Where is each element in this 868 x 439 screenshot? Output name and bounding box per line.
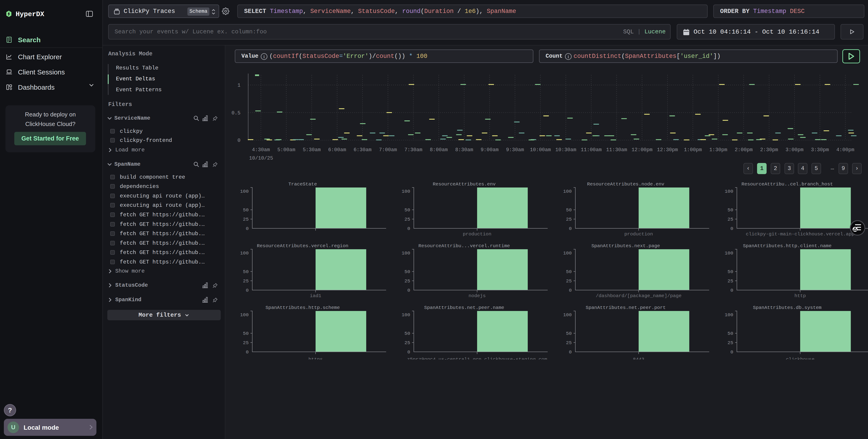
svg-text:100: 100 (402, 189, 410, 194)
svg-text:SpanAttributes.http.client.nam: SpanAttributes.http.client.name (743, 243, 832, 248)
svg-text:6:00am: 6:00am (328, 147, 346, 153)
svg-text:12:00pm: 12:00pm (631, 147, 652, 153)
svg-text:2:30pm: 2:30pm (760, 147, 778, 153)
svg-text:100: 100 (240, 312, 249, 318)
svg-text:50: 50 (243, 269, 249, 274)
svg-text:25: 25 (404, 217, 410, 222)
svg-text:8:00am: 8:00am (430, 147, 447, 153)
svg-text:z5prz9ggc4.us-central1.gcp.cli: z5prz9ggc4.us-central1.gcp.clickhouse-st… (407, 357, 547, 359)
svg-text:ResourceAttributes.node.env: ResourceAttributes.node.env (587, 182, 664, 187)
svg-text:iad1: iad1 (310, 293, 321, 298)
svg-text:25: 25 (243, 217, 249, 222)
svg-text:3:00pm: 3:00pm (785, 147, 803, 153)
svg-text:50: 50 (566, 331, 572, 336)
svg-text:25: 25 (566, 279, 572, 284)
svg-text:11:30am: 11:30am (606, 147, 627, 153)
svg-text:25: 25 (727, 340, 733, 346)
svg-text:100: 100 (240, 251, 249, 256)
svg-text:SpanAttributes.net.peer.port: SpanAttributes.net.peer.port (586, 305, 666, 310)
svg-text:https: https (308, 357, 322, 359)
svg-text:0: 0 (730, 226, 733, 231)
svg-text:25: 25 (243, 279, 249, 284)
svg-text:0: 0 (246, 226, 249, 231)
svg-text:6:30am: 6:30am (353, 147, 371, 153)
svg-text:0: 0 (246, 350, 249, 355)
svg-text:10/10/25: 10/10/25 (249, 155, 273, 161)
svg-text:0: 0 (238, 138, 241, 143)
svg-text:ResourceAttribu..cel.branch_ho: ResourceAttribu..cel.branch_host (741, 182, 833, 187)
svg-text:0: 0 (407, 350, 410, 355)
svg-text:SpanAttributes.next.page: SpanAttributes.next.page (591, 243, 660, 248)
svg-text:5:00am: 5:00am (277, 147, 295, 153)
svg-text:50: 50 (243, 331, 249, 336)
svg-text:50: 50 (243, 207, 249, 213)
svg-text:25: 25 (243, 340, 249, 346)
svg-text:0: 0 (569, 350, 572, 355)
svg-text:50: 50 (404, 331, 410, 336)
svg-text:7:30am: 7:30am (404, 147, 422, 153)
svg-text:2:00pm: 2:00pm (735, 147, 752, 153)
svg-text:25: 25 (404, 340, 410, 346)
svg-text:0: 0 (569, 226, 572, 231)
svg-text:10:30am: 10:30am (555, 147, 576, 153)
svg-text:25: 25 (566, 340, 572, 346)
svg-text:0.5: 0.5 (231, 110, 241, 116)
svg-text:1:00pm: 1:00pm (684, 147, 702, 153)
svg-text:100: 100 (724, 312, 733, 318)
svg-text:8:30am: 8:30am (455, 147, 473, 153)
svg-text:SpanAttributes.http.scheme: SpanAttributes.http.scheme (266, 305, 340, 310)
svg-text:100: 100 (240, 189, 249, 194)
svg-text:9:00am: 9:00am (480, 147, 498, 153)
svg-text:100: 100 (724, 251, 733, 256)
svg-text:ResourceAttribu...vercel.runti: ResourceAttribu...vercel.runtime (418, 243, 510, 248)
svg-text:1:30pm: 1:30pm (709, 147, 727, 153)
svg-text:3:30pm: 3:30pm (811, 147, 829, 153)
svg-text:100: 100 (402, 251, 410, 256)
svg-text:SpanAttributes.net.peer.name: SpanAttributes.net.peer.name (424, 305, 504, 310)
svg-text:50: 50 (727, 207, 733, 213)
svg-text:100: 100 (563, 312, 572, 318)
svg-text:100: 100 (563, 251, 572, 256)
svg-text:/dashboard/[package_name]/page: /dashboard/[package_name]/page (596, 293, 682, 298)
svg-text:clickpy-git-main-clickhouse.ve: clickpy-git-main-clickhouse.vercel.app (746, 232, 855, 237)
svg-text:0: 0 (569, 288, 572, 293)
svg-text:10:00am: 10:00am (530, 147, 551, 153)
svg-text:50: 50 (727, 331, 733, 336)
svg-text:0: 0 (730, 288, 733, 293)
svg-text:11:00am: 11:00am (581, 147, 602, 153)
svg-text:100: 100 (724, 189, 733, 194)
svg-text:4:00pm: 4:00pm (836, 147, 854, 153)
svg-text:1: 1 (238, 83, 241, 88)
svg-text:http: http (795, 293, 806, 298)
svg-text:0: 0 (407, 226, 410, 231)
svg-text:0: 0 (407, 288, 410, 293)
svg-text:100: 100 (563, 189, 572, 194)
svg-text:0: 0 (730, 350, 733, 355)
svg-text:50: 50 (566, 269, 572, 274)
svg-text:nodejs: nodejs (468, 293, 486, 298)
svg-text:25: 25 (727, 217, 733, 222)
svg-text:8443: 8443 (633, 357, 644, 359)
svg-text:9:30am: 9:30am (506, 147, 524, 153)
svg-text:7:00am: 7:00am (379, 147, 397, 153)
svg-text:50: 50 (566, 207, 572, 213)
svg-text:5:30am: 5:30am (303, 147, 320, 153)
svg-text:50: 50 (404, 207, 410, 213)
svg-text:25: 25 (727, 279, 733, 284)
svg-text:50: 50 (404, 269, 410, 274)
svg-text:0: 0 (246, 288, 249, 293)
svg-text:100: 100 (402, 312, 410, 318)
svg-text:clickhouse: clickhouse (786, 357, 814, 359)
svg-text:TraceState: TraceState (288, 182, 317, 187)
svg-text:25: 25 (404, 279, 410, 284)
svg-text:50: 50 (727, 269, 733, 274)
svg-text:ResourceAttributes.vercel.regi: ResourceAttributes.vercel.region (257, 243, 348, 248)
svg-text:SpanAttributes.db.system: SpanAttributes.db.system (753, 305, 822, 310)
svg-text:production: production (624, 232, 653, 237)
svg-text:25: 25 (566, 217, 572, 222)
svg-text:ResourceAttributes.env: ResourceAttributes.env (433, 182, 495, 187)
svg-text:12:30pm: 12:30pm (657, 147, 678, 153)
svg-text:production: production (463, 232, 491, 237)
svg-text:4:30am: 4:30am (252, 147, 270, 153)
